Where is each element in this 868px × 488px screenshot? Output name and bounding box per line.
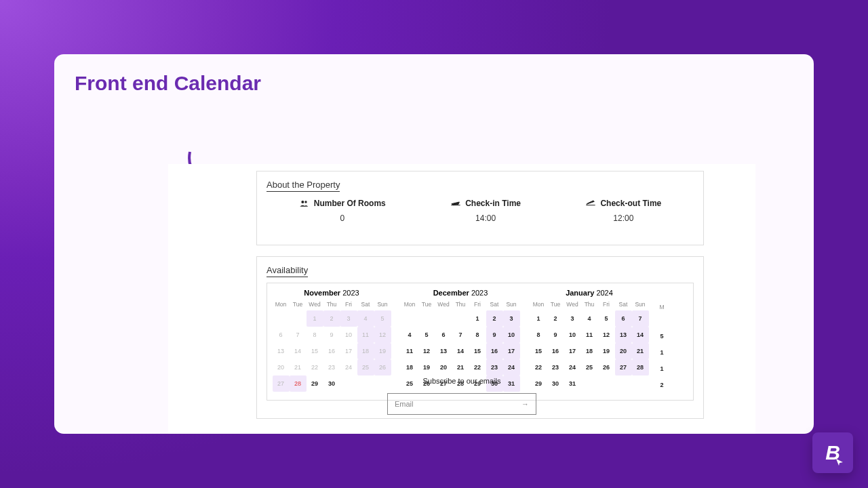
- calendar-day[interactable]: 13: [273, 343, 290, 359]
- calendar-day[interactable]: 27: [615, 359, 632, 375]
- submit-arrow-icon[interactable]: →: [521, 400, 529, 408]
- rooms-label: Number Of Rooms: [314, 199, 386, 208]
- calendar-day[interactable]: 1: [469, 310, 486, 327]
- checkin-col: Check-in Time 14:00: [450, 199, 521, 223]
- calendar-day[interactable]: 2: [486, 310, 503, 327]
- calendar-day[interactable]: 15: [307, 343, 323, 359]
- calendar-day[interactable]: 8: [469, 327, 486, 343]
- calendar-day[interactable]: 9: [486, 327, 503, 343]
- rooms-value: 0: [299, 214, 386, 223]
- calendar-day[interactable]: 2: [547, 310, 564, 327]
- calendar-day[interactable]: 19: [598, 343, 615, 359]
- calendar-day[interactable]: 24: [564, 359, 581, 375]
- calendar-day[interactable]: 12: [418, 343, 435, 359]
- calendar-day[interactable]: 16: [547, 343, 564, 359]
- calendar-day[interactable]: 4: [357, 310, 374, 327]
- calendar-day[interactable]: 24: [503, 359, 520, 375]
- email-input[interactable]: Email →: [387, 393, 536, 415]
- calendar-day[interactable]: 23: [547, 359, 564, 375]
- calendar-day[interactable]: 25: [581, 359, 598, 375]
- checkin-label: Check-in Time: [465, 199, 521, 208]
- calendar-day: [401, 310, 418, 327]
- calendar-day[interactable]: 8: [307, 327, 323, 343]
- calendar-day[interactable]: 1: [307, 310, 323, 327]
- calendar-day[interactable]: 20: [435, 359, 452, 375]
- calendar-day[interactable]: 28: [632, 359, 649, 375]
- calendar-day[interactable]: 12: [598, 327, 615, 343]
- calendar-day[interactable]: 22: [469, 359, 486, 375]
- calendar-day[interactable]: 11: [581, 327, 598, 343]
- dow-label: Wed: [307, 301, 323, 308]
- dow-label: Mon: [273, 301, 290, 308]
- dow-label: Sun: [374, 301, 391, 308]
- calendar-day[interactable]: 21: [452, 359, 469, 375]
- calendar-day[interactable]: 11: [357, 327, 374, 343]
- calendar-day[interactable]: 22: [530, 359, 547, 375]
- calendar-day[interactable]: 10: [503, 327, 520, 343]
- calendar-day[interactable]: 23: [486, 359, 503, 375]
- calendar-day[interactable]: 19: [418, 359, 435, 375]
- calendar-day[interactable]: 16: [323, 343, 340, 359]
- calendar-day[interactable]: 14: [452, 343, 469, 359]
- calendar-day[interactable]: 18: [401, 359, 418, 375]
- calendar-day[interactable]: 20: [273, 359, 290, 375]
- calendar-day[interactable]: 16: [486, 343, 503, 359]
- calendar-day: [435, 310, 452, 327]
- calendar-day[interactable]: 6: [435, 327, 452, 343]
- dow-label: Fri: [340, 301, 357, 308]
- dow-label: Sat: [357, 301, 374, 308]
- calendar-day[interactable]: 5: [660, 328, 663, 344]
- calendar-day[interactable]: 7: [290, 327, 307, 343]
- calendar-day[interactable]: 4: [401, 327, 418, 343]
- calendar-day[interactable]: 23: [323, 359, 340, 375]
- calendar-day[interactable]: 21: [632, 343, 649, 359]
- brand-badge[interactable]: B: [812, 432, 853, 473]
- calendar-day[interactable]: 21: [290, 359, 307, 375]
- svg-point-1: [304, 201, 307, 203]
- calendar-day[interactable]: 17: [503, 343, 520, 359]
- calendar-day[interactable]: 10: [340, 327, 357, 343]
- calendar-day[interactable]: 24: [340, 359, 357, 375]
- calendar-day[interactable]: 5: [374, 310, 391, 327]
- calendar-day[interactable]: 2: [323, 310, 340, 327]
- calendar-day[interactable]: 1: [660, 344, 663, 361]
- calendar-day[interactable]: 14: [290, 343, 307, 359]
- calendar-day[interactable]: 11: [401, 343, 418, 359]
- calendar-day[interactable]: 14: [632, 327, 649, 343]
- calendar-day[interactable]: 17: [340, 343, 357, 359]
- calendar-day[interactable]: 17: [564, 343, 581, 359]
- calendar-day[interactable]: 7: [452, 327, 469, 343]
- calendar-day[interactable]: 18: [357, 343, 374, 359]
- calendar-day[interactable]: 12: [374, 327, 391, 343]
- calendar-day[interactable]: 3: [564, 310, 581, 327]
- calendar-day[interactable]: 26: [374, 359, 391, 375]
- subscribe-title: Subscribe to our emails: [168, 377, 755, 385]
- calendar-day[interactable]: 19: [374, 343, 391, 359]
- calendar-day[interactable]: 1: [530, 310, 547, 327]
- calendar-day[interactable]: 15: [469, 343, 486, 359]
- calendar-day[interactable]: 3: [340, 310, 357, 327]
- calendar-day[interactable]: 6: [273, 327, 290, 343]
- calendar-day[interactable]: 3: [503, 310, 520, 327]
- calendar-day[interactable]: 5: [418, 327, 435, 343]
- calendar-day[interactable]: 26: [598, 359, 615, 375]
- calendar-day[interactable]: 9: [323, 327, 340, 343]
- calendar-day[interactable]: 9: [547, 327, 564, 343]
- calendar-day[interactable]: 10: [564, 327, 581, 343]
- calendar-day[interactable]: 13: [615, 327, 632, 343]
- calendar-day[interactable]: 8: [530, 327, 547, 343]
- calendar-day[interactable]: 22: [307, 359, 323, 375]
- calendar-day[interactable]: 7: [632, 310, 649, 327]
- dow-label: Wed: [564, 301, 581, 308]
- calendar-day[interactable]: 20: [615, 343, 632, 359]
- calendar-day[interactable]: 25: [357, 359, 374, 375]
- calendar-day[interactable]: 6: [615, 310, 632, 327]
- about-heading: About the Property: [267, 180, 340, 192]
- calendar-day[interactable]: 15: [530, 343, 547, 359]
- calendar-day[interactable]: 13: [435, 343, 452, 359]
- calendar-day[interactable]: 4: [581, 310, 598, 327]
- calendar-day[interactable]: 1: [660, 361, 663, 377]
- calendar-day[interactable]: 18: [581, 343, 598, 359]
- checkout-label: Check-out Time: [600, 199, 661, 208]
- calendar-day[interactable]: 5: [598, 310, 615, 327]
